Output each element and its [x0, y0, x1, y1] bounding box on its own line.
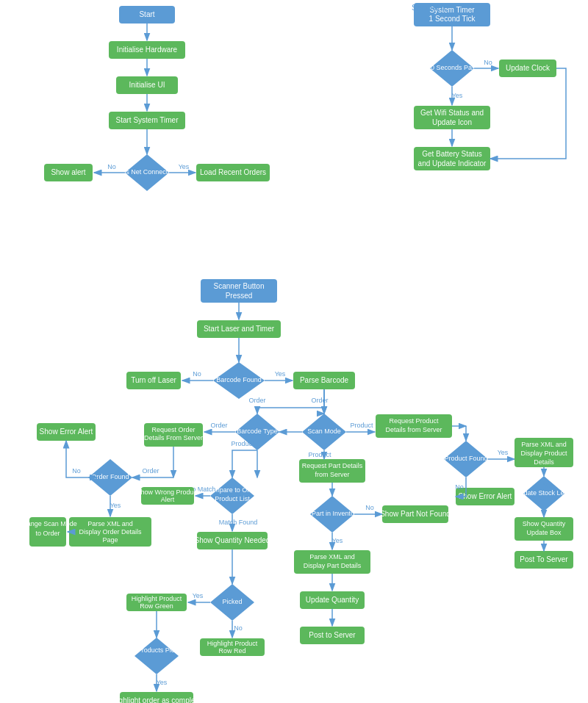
parse-product-line1: Parse XML and — [521, 441, 567, 448]
show-qty-needed-label: Show Quantity Needed — [195, 536, 270, 544]
req-part-line1: Request Part Details — [302, 462, 363, 469]
yes-label-1: Yes — [179, 163, 190, 170]
turn-off-laser-label: Turn off Laser — [131, 376, 176, 384]
parse-product-line2: Display Product — [520, 450, 567, 457]
yes-label-4: Yes — [110, 502, 121, 509]
update-clock-label: Update Clock — [506, 64, 551, 72]
ten-sec-label: 10 Seconds Past — [427, 64, 478, 71]
barcode-found-label: Barcode Found — [216, 376, 262, 383]
has-net-label: Has Net Connection — [118, 168, 177, 176]
show-alert-label: Show alert — [51, 168, 85, 176]
is-part-inv-label: Is Part in Inventory — [304, 510, 360, 517]
product-found-label: Product Found — [444, 455, 487, 462]
change-scan-line1: Change Scan Mode — [18, 520, 77, 527]
no-label-2: No — [484, 59, 492, 66]
header-text: Second ic — [412, 3, 448, 12]
wifi-line2: Update Icon — [432, 118, 472, 126]
req-product-line2: Details from Server — [385, 426, 442, 433]
init-ui-label: Initialise UI — [129, 81, 165, 89]
flowchart-svg: Start Initialise Hardware Initialise UI … — [0, 0, 588, 703]
show-qty-box-line1: Show Quantity — [523, 520, 566, 527]
no-label-6: No — [365, 504, 374, 511]
post-server2-label: Post To Server — [520, 555, 568, 563]
product-down-label: Product — [308, 451, 331, 458]
order-found-label: Order Found — [91, 473, 129, 480]
battery-line2: and Update Indicator — [418, 159, 487, 167]
post-server-label: Post to Server — [309, 631, 356, 639]
parse-part-line2: Display Part Details — [304, 562, 362, 569]
all-picked-diamond — [135, 638, 179, 674]
highlight-green-line1: Highlight Product — [132, 595, 182, 602]
parse-part-line1: Parse XML and — [309, 553, 355, 560]
yes-label-3: Yes — [275, 370, 286, 378]
scanner-btn-line2: Pressed — [226, 292, 253, 300]
product-label-1: Product — [350, 422, 373, 429]
yes-label-8: Yes — [193, 592, 204, 599]
update-qty-label: Update Quantity — [306, 596, 359, 604]
order-label-bt: Order — [248, 397, 265, 404]
req-product-line1: Request Product — [389, 417, 439, 425]
wifi-line1: Get Wifi Status and — [420, 109, 484, 117]
parse-barcode-label: Parse Barcode — [300, 376, 349, 384]
init-hw-label: Initialise Hardware — [117, 46, 178, 54]
parse-order-line3: Page — [102, 536, 118, 544]
update-stock-label: Update Stock Level — [515, 489, 573, 497]
order-label-2: Order — [210, 422, 227, 429]
yes-label-2: Yes — [452, 92, 463, 99]
show-qty-box-line2: Update Box — [526, 529, 562, 536]
scan-mode-label: Scan Mode — [307, 428, 341, 435]
start-label: Start — [139, 10, 154, 18]
parse-order-line1: Parse XML and — [87, 520, 133, 527]
no-label-5: No — [455, 483, 464, 491]
no-label-4: No — [72, 467, 81, 475]
yes-label-9: Yes — [157, 679, 168, 686]
change-scan-line2: to Order — [35, 530, 60, 537]
sys-timer-line2: 1 Second Tick — [429, 15, 476, 23]
show-wrong-line2: Alert — [161, 496, 175, 503]
order-label-3: Order — [142, 467, 159, 475]
req-order-line2: Details From Server — [144, 434, 203, 441]
start-laser-label: Start Laser and Timer — [204, 325, 275, 333]
barcode-type-label: Barcode Type — [237, 428, 277, 435]
all-picked-label-line1: All Products Picked — [128, 646, 185, 654]
show-wrong-line1: Show Wrong Product — [137, 489, 199, 496]
order-label-1: Order — [311, 397, 328, 404]
no-label-1: No — [107, 163, 116, 170]
parse-product-line3: Details — [534, 458, 554, 466]
load-orders-label: Load Recent Orders — [200, 168, 266, 176]
compare-label-line2: Product List — [215, 495, 250, 502]
picked-label: Picked — [222, 598, 242, 605]
parse-order-line2: Display Order Details — [79, 528, 142, 536]
yes-label-5: Yes — [498, 449, 509, 456]
match-found-label: Match Found — [219, 519, 258, 526]
yes-label-6: Yes — [543, 482, 554, 489]
battery-line1: Get Battery Status — [422, 150, 482, 158]
req-order-line1: Request Order — [151, 426, 195, 433]
highlight-green-line2: Row Green — [140, 602, 173, 610]
product-label-2: Product — [231, 440, 254, 447]
highlight-red-line2: Row Red — [218, 647, 245, 655]
req-part-line2: from Server — [315, 471, 349, 478]
no-label-7: No — [234, 624, 243, 632]
show-error-label: Show Error Alert — [40, 428, 93, 436]
no-label-3: No — [193, 370, 201, 378]
flowchart-container: Start Initialise Hardware Initialise UI … — [0, 0, 588, 703]
show-part-nf-label: Show Part Not Found — [380, 510, 451, 518]
yes-label-7: Yes — [332, 537, 343, 544]
highlight-complete-label: Highlight order as complete — [112, 696, 201, 703]
start-timer-label: Start System Timer — [115, 116, 179, 124]
scanner-btn-line1: Scanner Button — [214, 282, 265, 290]
highlight-red-line1: Highlight Product — [207, 640, 258, 647]
